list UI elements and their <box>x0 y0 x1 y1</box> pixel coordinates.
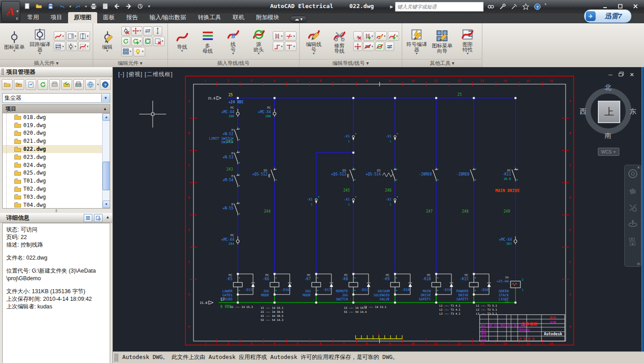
ribbon-button-circuit[interactable]: 回路编译器▾ <box>28 27 52 56</box>
qat-redo-caret[interactable]: ▾ <box>85 4 87 9</box>
ribbon-button-srcarrow[interactable]: 源 箭头▾ <box>247 27 270 56</box>
ribbon-tool-delx[interactable] <box>121 26 130 36</box>
details-header[interactable]: 详细信息 ▲ <box>0 213 112 223</box>
search-icon[interactable] <box>486 2 495 11</box>
ribbon-tab-9[interactable]: 附加模块 <box>250 12 285 23</box>
qat-save-button[interactable] <box>46 1 56 11</box>
project-tree-header[interactable]: 项目 ▲ <box>2 104 110 113</box>
scrollbar-thumb[interactable] <box>103 162 110 190</box>
ribbon-tool-cut[interactable]: ▾ <box>285 31 296 41</box>
drawing-file-item[interactable]: 025.dwg <box>3 169 110 177</box>
collapse-icon[interactable]: ▲ <box>103 107 107 111</box>
ribbon-tool-refresh[interactable]: ▾ <box>131 37 143 46</box>
pm-help-button[interactable]: ? <box>100 79 111 90</box>
viewcube-south[interactable]: 南 <box>605 132 611 140</box>
qat-next-button[interactable] <box>124 1 133 11</box>
panel-caption[interactable]: 编辑元件 ▾ <box>93 59 167 67</box>
ribbon-tab-6[interactable]: 输入/输出数据 <box>144 12 192 23</box>
ribbon-button-multibus[interactable]: 多 母线 <box>196 29 219 54</box>
ribbon-tool-teew[interactable]: ▾ <box>285 42 296 51</box>
qat-menu-caret[interactable]: ▼ <box>147 4 151 9</box>
qat-undo-caret[interactable]: ▾ <box>69 4 71 9</box>
ribbon-tool-boxx[interactable]: ▾ <box>153 37 165 46</box>
ribbon-tool-dashcontact[interactable]: ▾ <box>78 42 90 51</box>
ribbon-tool-ladder[interactable]: ▾ <box>273 31 284 41</box>
ribbon-button-edit[interactable]: 编辑▾ <box>96 30 119 53</box>
ribbon-tool-numplus[interactable]: ▾ <box>388 31 399 41</box>
panel-caption[interactable]: 其他工具 ▾ <box>402 59 482 67</box>
scroll-down-button[interactable]: ▼ <box>103 201 110 208</box>
doc-minimize-icon[interactable]: ─ <box>607 72 614 78</box>
navbar-show-motion-icon[interactable] <box>625 233 641 250</box>
ribbon-button-iconwizard[interactable]: 图标菜单 向导 <box>430 29 454 54</box>
navbar-orbit-icon[interactable] <box>625 216 641 233</box>
viewport-controls-label[interactable]: [-] [俯视] [二维线框] <box>118 71 173 77</box>
qat-prev-button[interactable] <box>112 1 122 11</box>
panel-caption[interactable]: 插入元件 ▾ <box>0 59 93 67</box>
ribbon-button-wirenum[interactable]: #线 号▾ <box>222 27 245 56</box>
pm-folder-refresh-button[interactable] <box>61 79 72 90</box>
star-icon[interactable] <box>521 2 530 11</box>
viewcube-east[interactable]: 东 <box>630 107 636 116</box>
qat-new-button[interactable] <box>22 1 32 11</box>
ribbon-tool-dashcircle[interactable]: ▾ <box>66 42 78 51</box>
qat-open-button[interactable] <box>34 1 44 11</box>
ribbon-tool-numdel[interactable]: # <box>353 31 362 41</box>
ribbon-tool-anglew[interactable]: ▾ <box>273 42 284 51</box>
list-scrollbar[interactable]: ▲ ▼ <box>102 113 110 208</box>
panel-splitter[interactable]: ⇕ <box>0 209 112 213</box>
drawing-file-item[interactable]: 021.dwg <box>3 137 110 145</box>
drawing-file-item[interactable]: 023.dwg <box>3 153 110 161</box>
pm-refresh-button[interactable] <box>38 79 48 90</box>
wrench-icon[interactable] <box>498 2 507 11</box>
ribbon-tool-panel2[interactable]: ▾ <box>78 31 90 41</box>
ribbon-tool-bluegrid[interactable]: ▾ <box>121 47 133 56</box>
navbar-steering-wheel-icon[interactable] <box>625 165 641 182</box>
details-view-icon[interactable] <box>84 214 92 222</box>
online-cloud-button[interactable]: ☁ ▾ <box>290 16 308 22</box>
combo-dropdown-button[interactable]: ▼ <box>101 94 110 102</box>
close-button[interactable] <box>630 2 641 10</box>
pm-web-post-button[interactable] <box>85 79 96 90</box>
viewcube-west[interactable]: 西 <box>580 107 586 116</box>
panel-caption[interactable]: 编辑导线/线号 ▾ <box>300 59 402 67</box>
application-menu-button[interactable]: A E ▼ <box>1 1 20 22</box>
ribbon-button-trim[interactable]: 修剪 导线 <box>328 29 351 54</box>
viewcube-north[interactable]: 北 <box>605 83 611 92</box>
doc-close-icon[interactable]: ✕ <box>629 72 635 78</box>
ribbon-tab-8[interactable]: 联机 <box>227 12 250 23</box>
ribbon-tool-wirepencil[interactable]: ▾ <box>375 31 387 41</box>
ribbon-tab-2[interactable]: 项目 <box>45 12 68 23</box>
drawing-file-item[interactable]: 020.dwg <box>3 129 110 137</box>
ribbon-tab-4[interactable]: 面板 <box>97 12 120 23</box>
ribbon-tool-numflip[interactable] <box>375 42 384 51</box>
ribbon-tool-circarr[interactable] <box>121 37 130 46</box>
drawing-file-item[interactable]: 022.dwg <box>3 145 110 153</box>
ribbon-tool-bulb[interactable]: ▾ <box>133 47 145 56</box>
ribbon-tool-boxarr[interactable]: ▾ <box>54 42 65 51</box>
ribbon-tool-move[interactable]: ▾ <box>131 26 143 36</box>
details-collapse-icon[interactable]: ▲ <box>106 215 110 219</box>
panel-caption[interactable]: 插入导线/线号 <box>168 59 299 67</box>
ribbon-tool-coil[interactable]: ▾ <box>54 31 65 41</box>
ribbon-button-symbuilder[interactable]: 符号编译器▾ <box>405 27 428 56</box>
qat-redo-button[interactable] <box>73 1 83 11</box>
pm-drawing-list-button[interactable] <box>26 79 36 90</box>
drawing-file-item[interactable]: T01.dwg <box>3 177 110 185</box>
scroll-up-button[interactable]: ▲ <box>103 113 110 121</box>
ribbon-tool-panel[interactable]: ▾ <box>66 31 78 41</box>
drawing-file-item[interactable]: 018.dwg <box>3 113 110 121</box>
ribbon-button-drawprops[interactable]: 图形 特性▾ <box>456 27 479 56</box>
ribbon-tool-nummove[interactable]: # <box>353 42 362 51</box>
satellite-icon[interactable] <box>510 2 519 11</box>
doc-restore-icon[interactable] <box>618 72 624 78</box>
xunlei-floating-button[interactable]: ✈ 迅雷7 <box>584 9 631 23</box>
search-input[interactable] <box>395 2 484 12</box>
ribbon-tool-stretch[interactable]: ▾ <box>363 42 375 51</box>
ribbon-tool-align[interactable] <box>153 26 162 36</box>
wcs-dropdown[interactable]: WCS▼ <box>598 148 619 156</box>
navbar-collapse-icon[interactable]: ⊖ <box>637 262 640 266</box>
ribbon-button-wirebig[interactable]: 导线▾ <box>171 30 194 53</box>
drawing-file-item[interactable]: 019.dwg <box>3 121 110 129</box>
project-combo[interactable]: 集尘器 ▼ <box>2 93 110 103</box>
